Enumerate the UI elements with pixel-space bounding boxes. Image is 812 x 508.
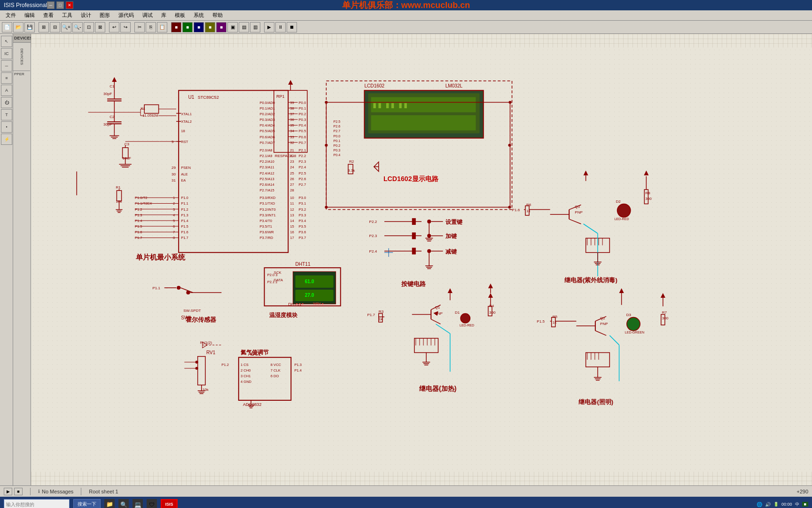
main-area: ↖ IC ─ ≡ A ⏻ T • ⚡ DEVICES DEVICES PPER (0, 34, 812, 485)
tb-b3[interactable]: ■ (194, 22, 204, 32)
tb-copy[interactable]: ⎘ (146, 22, 156, 32)
tb-grid1[interactable]: ⊞ (39, 22, 49, 32)
menu-tools[interactable]: 工具 (58, 11, 76, 20)
svg-text:P1.6: P1.6 (181, 230, 188, 234)
svg-text:加键: 加键 (445, 233, 457, 239)
svg-text:P3.0/RXD: P3.0/RXD (259, 196, 275, 200)
svg-rect-267 (412, 218, 416, 225)
devices-btn[interactable]: DEVICES (13, 43, 30, 71)
sb-text[interactable]: T (1, 109, 12, 120)
stop-button[interactable]: ■ (14, 488, 23, 495)
info-icon: ℹ (38, 489, 40, 494)
menu-help[interactable]: 帮助 (209, 11, 226, 20)
svg-text:LCD1602显示电路: LCD1602显示电路 (383, 175, 439, 183)
sb-probe[interactable]: ⚡ (1, 134, 12, 145)
tray-sound: 🔊 (765, 502, 771, 507)
svg-text:P0.3: P0.3 (334, 149, 341, 152)
tb-run[interactable]: ▶ (264, 22, 274, 32)
menu-graph[interactable]: 图形 (96, 11, 114, 20)
svg-text:P2.6/A14: P2.6/A14 (259, 183, 274, 187)
svg-point-377 (627, 318, 640, 331)
sb-wire[interactable]: ─ (1, 60, 12, 71)
tb-open[interactable]: 📂 (13, 22, 23, 32)
svg-text:P1.5: P1.5 (537, 319, 545, 324)
svg-text:1  CS: 1 CS (241, 363, 249, 367)
tb-zoom-in[interactable]: 🔍+ (61, 22, 71, 32)
tb-zoom-sel[interactable]: ⊠ (95, 22, 105, 32)
menu-design[interactable]: 设计 (77, 11, 95, 20)
tb-cut[interactable]: ✂ (134, 22, 145, 32)
schematic-canvas[interactable]: U1 STC89C52 XTAL1 XTAL2 18 RST 9 PSEN AL… (31, 34, 812, 485)
svg-text:3: 3 (173, 207, 175, 212)
tray-network: 🌐 (757, 502, 762, 507)
svg-text:RESPACK-8: RESPACK-8 (275, 154, 297, 158)
tb-paste[interactable]: 📋 (157, 22, 167, 32)
svg-text:7: 7 (173, 230, 175, 234)
sb-power[interactable]: ⏻ (1, 97, 12, 108)
svg-text:6: 6 (173, 224, 175, 229)
sb-junction[interactable]: • (1, 121, 12, 133)
svg-text:2  CH0: 2 CH0 (241, 368, 251, 373)
svg-text:DHT11: DHT11 (295, 262, 310, 267)
svg-text:P0.3: P0.3 (299, 118, 306, 122)
menu-source[interactable]: 源代码 (115, 11, 138, 20)
menu-debug[interactable]: 调试 (139, 11, 156, 20)
tb-redo[interactable]: ↪ (120, 22, 131, 32)
play-button[interactable]: ▶ (4, 488, 12, 495)
maximize-button[interactable]: □ (56, 1, 64, 9)
tb-b6[interactable]: ▣ (227, 22, 238, 32)
svg-text:PSEN: PSEN (181, 166, 191, 170)
search-button[interactable]: 搜索一下 (73, 499, 101, 508)
menu-template[interactable]: 模板 (171, 11, 189, 20)
tb-undo[interactable]: ↩ (109, 22, 119, 32)
close-button[interactable]: ✕ (66, 1, 73, 9)
svg-text:P2.7: P2.7 (299, 183, 306, 187)
tb-zoom-out[interactable]: 🔍- (72, 22, 83, 32)
tb-b1[interactable]: ■ (171, 22, 181, 32)
tb-zoom-fit[interactable]: ⊡ (84, 22, 94, 32)
taskbar-btn4[interactable]: 🛡 (147, 499, 157, 508)
svg-text:P3.2: P3.2 (299, 207, 306, 212)
tb-b5[interactable]: ■ (216, 22, 226, 32)
svg-text:ALE: ALE (181, 172, 187, 176)
tb-b2[interactable]: ■ (182, 22, 193, 32)
svg-text:P2.0/A8: P2.0/A8 (259, 148, 272, 152)
tb-save[interactable]: 💾 (24, 22, 35, 32)
tb-b4[interactable]: ■ (205, 22, 215, 32)
tb-stop[interactable]: ⏹ (287, 22, 297, 32)
tb-b7[interactable]: ▤ (239, 22, 249, 32)
search-input[interactable] (4, 499, 70, 508)
tb-grid2[interactable]: ⊟ (50, 22, 60, 32)
sb-bus[interactable]: ≡ (1, 72, 12, 84)
explorer-button[interactable]: 📁 (104, 499, 115, 508)
tb-new[interactable]: 📄 (2, 22, 12, 32)
coordinates: +290 (796, 489, 808, 494)
minimize-button[interactable]: ─ (47, 1, 55, 9)
menu-file[interactable]: 文件 (2, 11, 20, 20)
svg-text:P2.4/A12: P2.4/A12 (259, 171, 274, 175)
svg-point-305 (461, 314, 470, 323)
svg-text:P3.1: P3.1 (299, 201, 306, 206)
svg-text:4  GND: 4 GND (241, 380, 252, 384)
sb-label[interactable]: A (1, 85, 12, 96)
menu-library[interactable]: 库 (157, 11, 170, 20)
taskbar-btn3[interactable]: 💻 (133, 499, 143, 508)
svg-text:P2.1/A9: P2.1/A9 (259, 154, 272, 158)
menu-edit[interactable]: 编辑 (21, 11, 39, 20)
menu-view[interactable]: 查看 (39, 11, 57, 20)
menu-system[interactable]: 系统 (190, 11, 208, 20)
tb-b8[interactable]: ▥ (250, 22, 260, 32)
svg-text:继电器(加热): 继电器(加热) (419, 385, 457, 392)
browser-button[interactable]: 🔍 (118, 499, 129, 508)
svg-text:23: 23 (290, 159, 294, 164)
svg-text:P1.6: P1.6 (135, 230, 142, 234)
svg-text:8: 8 (173, 236, 175, 240)
svg-text:27: 27 (290, 183, 294, 187)
sb-component[interactable]: IC (1, 48, 12, 59)
sb-select[interactable]: ↖ (1, 36, 12, 47)
svg-text:P0.4: P0.4 (299, 123, 306, 127)
isis-button[interactable]: ISIS (161, 499, 178, 508)
svg-text:P0.2: P0.2 (299, 112, 306, 116)
svg-text:300: 300 (489, 310, 496, 315)
tb-pause[interactable]: ⏸ (275, 22, 286, 32)
